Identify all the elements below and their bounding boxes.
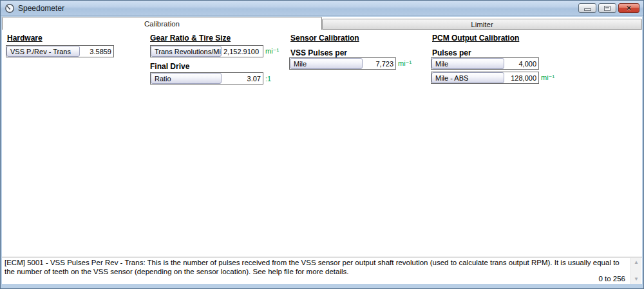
section-header-hardware: Hardware — [7, 34, 43, 43]
scroll-up-icon[interactable]: ▲ — [631, 259, 641, 266]
scroll-down-icon[interactable]: ▼ — [631, 276, 641, 283]
maximize-icon — [604, 6, 611, 11]
section-header-final-drive: Final Drive — [150, 62, 189, 71]
description-panel: [ECM] 5001 - VSS Pulses Per Rev - Trans:… — [2, 257, 642, 284]
calibration-panel: Hardware VSS P./Rev - Trans Gear Ratio &… — [2, 30, 642, 257]
param-value-input[interactable] — [222, 46, 263, 57]
param-value-input[interactable] — [504, 58, 538, 69]
param-value-input[interactable] — [222, 73, 263, 84]
tab-calibration[interactable]: Calibration — [2, 17, 322, 30]
param-label: VSS P./Rev - Trans — [6, 46, 80, 57]
param-unit: :1 — [265, 75, 271, 83]
param-unit: mi⁻¹ — [265, 47, 279, 55]
tab-limiter[interactable]: Limiter — [322, 19, 642, 30]
param-row: Trans Revolutions/Mile mi⁻¹ — [150, 45, 279, 57]
param-row: Mile mi⁻¹ — [289, 57, 412, 70]
param-unit: mi⁻¹ — [398, 59, 412, 68]
param-value-input[interactable] — [363, 58, 395, 69]
param-value-input[interactable] — [80, 46, 113, 57]
param-row: Mile - ABS mi⁻¹ — [431, 72, 554, 84]
window-title: Speedometer — [18, 4, 64, 13]
value-range: 0 to 256 — [598, 275, 625, 283]
section-header-pcm-output: PCM Output Calibration — [432, 34, 519, 43]
param-label: Ratio — [151, 73, 222, 84]
param-label: Trans Revolutions/Mile — [151, 46, 222, 57]
close-icon: ✕ — [626, 5, 631, 12]
close-button[interactable]: ✕ — [618, 3, 639, 13]
param-row: VSS P./Rev - Trans — [6, 45, 114, 57]
parameter-description: [ECM] 5001 - VSS Pulses Per Rev - Trans:… — [5, 259, 628, 276]
subsection-header-pulses-per: Pulses per — [432, 48, 471, 57]
param-label: Mile - ABS — [431, 72, 504, 83]
section-header-sensor-calibration: Sensor Calibration — [290, 34, 359, 43]
minimize-icon — [584, 8, 591, 11]
param-row: Ratio :1 — [150, 72, 271, 85]
subsection-header-vss-pulses: VSS Pulses per — [290, 48, 347, 57]
window-frame-bottom — [1, 284, 643, 288]
param-label: Mile — [290, 58, 363, 69]
param-label: Mile — [431, 58, 504, 69]
minimize-button[interactable] — [578, 3, 596, 13]
title-bar[interactable]: Speedometer ✕ — [1, 1, 643, 16]
description-scrollbar[interactable]: ▲ ▼ — [630, 258, 641, 284]
param-row: Mile — [431, 57, 541, 70]
maximize-button[interactable] — [598, 3, 616, 13]
param-unit: mi⁻¹ — [541, 74, 554, 82]
param-value-input[interactable] — [504, 72, 538, 83]
speedometer-window: Speedometer ✕ Calibration Limiter Hardwa… — [0, 0, 644, 289]
speedometer-icon — [5, 3, 15, 14]
section-header-gear-ratio: Gear Ratio & Tire Size — [150, 34, 231, 43]
tab-strip: Calibration Limiter — [2, 17, 642, 30]
